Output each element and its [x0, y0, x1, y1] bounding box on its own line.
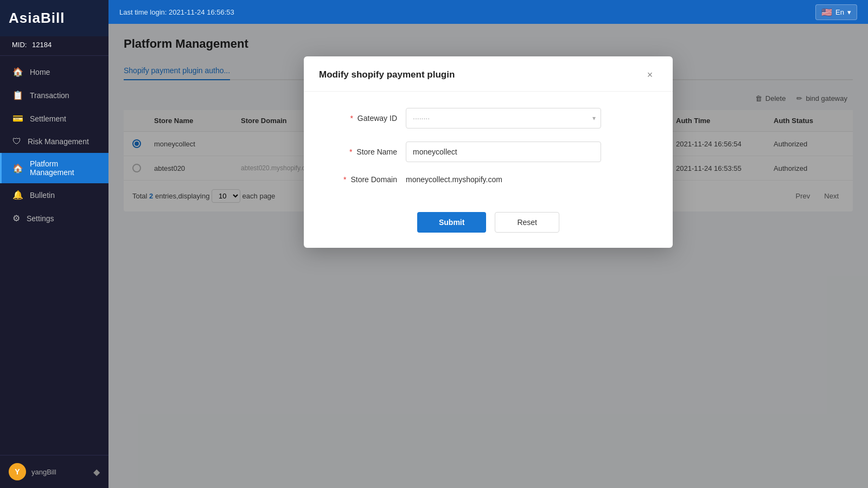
modal-body: * Gateway ID ········ ▾ *: [304, 92, 673, 208]
lang-chevron-icon: ▾: [847, 8, 851, 16]
submit-button[interactable]: Submit: [417, 212, 486, 233]
sidebar-item-label: Risk Management: [28, 137, 89, 146]
flag-icon: 🇺🇸: [821, 7, 832, 17]
home-icon: 🏠: [12, 67, 23, 77]
modal-dialog: Modify shopify payment plugin × * Gatewa…: [304, 56, 673, 248]
modal-header: Modify shopify payment plugin ×: [304, 56, 673, 92]
sidebar-item-settlement[interactable]: 💳 Settlement: [0, 107, 108, 130]
sidebar-item-label: Home: [30, 68, 50, 76]
sidebar-item-label: Bulletin: [30, 191, 55, 200]
required-star: *: [350, 114, 353, 123]
gateway-id-label: * Gateway ID: [319, 114, 406, 123]
sidebar-item-bulletin[interactable]: 🔔 Bulletin: [0, 183, 108, 207]
sidebar-footer: Y yangBill ◆: [0, 455, 108, 488]
page-content: Platform Management Shopify payment plug…: [108, 24, 868, 488]
avatar: Y: [9, 463, 26, 480]
sidebar-item-platform[interactable]: 🏠 Platform Management: [0, 153, 108, 183]
store-name-label: * Store Name: [319, 147, 406, 156]
modal-footer: Submit Reset: [304, 208, 673, 248]
diamond-icon: ◆: [93, 467, 100, 477]
sidebar-logo: AsiaBill: [0, 0, 108, 36]
store-domain-value: moneycollect.myshopify.com: [406, 175, 658, 184]
modal-title: Modify shopify payment plugin: [319, 69, 455, 80]
form-row-store-name: * Store Name: [319, 142, 658, 162]
gateway-id-select-wrapper: ········ ▾: [406, 108, 601, 129]
modal-overlay: Modify shopify payment plugin × * Gatewa…: [108, 24, 868, 488]
last-login-text: Last time login: 2021-11-24 16:56:53: [119, 8, 234, 16]
logo-text: AsiaBill: [9, 10, 65, 26]
sidebar-nav: 🏠 Home 📋 Transaction 💳 Settlement 🛡 Risk…: [0, 56, 108, 455]
sidebar-item-label: Settlement: [30, 114, 66, 123]
required-star: *: [343, 175, 346, 184]
store-domain-label: * Store Domain: [319, 175, 406, 184]
sidebar-item-home[interactable]: 🏠 Home: [0, 60, 108, 84]
form-row-gateway-id: * Gateway ID ········ ▾: [319, 108, 658, 129]
reset-button[interactable]: Reset: [495, 212, 559, 233]
sidebar-item-settings[interactable]: ⚙ Settings: [0, 207, 108, 230]
sidebar-item-risk[interactable]: 🛡 Risk Management: [0, 130, 108, 153]
language-selector[interactable]: 🇺🇸 En ▾: [815, 4, 857, 20]
mid-value: 12184: [32, 41, 52, 49]
transaction-icon: 📋: [12, 90, 23, 100]
risk-icon: 🛡: [12, 137, 21, 146]
mid-label: MID:: [12, 41, 27, 49]
sidebar-item-label: Settings: [27, 214, 54, 223]
platform-icon: 🏠: [12, 163, 23, 174]
form-row-store-domain: * Store Domain moneycollect.myshopify.co…: [319, 175, 658, 184]
sidebar-item-label: Transaction: [30, 91, 69, 100]
store-name-input[interactable]: [406, 142, 601, 162]
gateway-id-select[interactable]: ········: [406, 108, 601, 129]
sidebar-item-label: Platform Management: [30, 159, 98, 177]
footer-username: yangBill: [31, 468, 88, 476]
bulletin-icon: 🔔: [12, 190, 23, 200]
settlement-icon: 💳: [12, 113, 23, 124]
topbar: Last time login: 2021-11-24 16:56:53 🇺🇸 …: [108, 0, 868, 24]
settings-icon: ⚙: [12, 213, 20, 223]
required-star: *: [349, 147, 352, 156]
mid-section: MID: 12184: [0, 36, 108, 56]
sidebar: AsiaBill MID: 12184 🏠 Home 📋 Transaction…: [0, 0, 108, 488]
main-content: Last time login: 2021-11-24 16:56:53 🇺🇸 …: [108, 0, 868, 488]
lang-label: En: [835, 8, 844, 16]
modal-close-button[interactable]: ×: [642, 67, 658, 82]
sidebar-item-transaction[interactable]: 📋 Transaction: [0, 84, 108, 107]
